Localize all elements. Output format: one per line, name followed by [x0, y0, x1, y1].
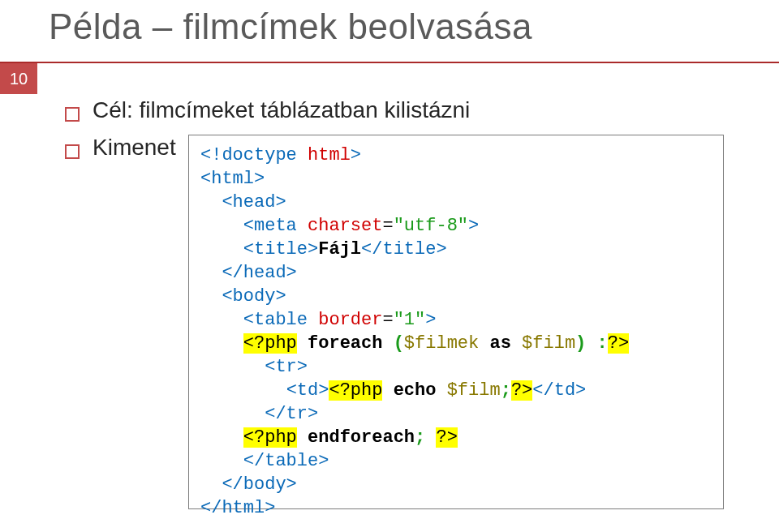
code-token: "utf-8" [394, 216, 468, 236]
code-token: as [489, 333, 510, 354]
code-token: ?> [436, 427, 457, 448]
code-token [297, 145, 308, 165]
code-token: ?> [511, 380, 532, 401]
code-token [297, 427, 308, 448]
code-token: echo [394, 380, 437, 401]
code-block: <!doctype html> <html> <head> <meta char… [188, 135, 724, 509]
code-token: </tr> [265, 404, 318, 424]
code-token: ; [415, 427, 425, 448]
bullet-row-1: Cél: filmcímeket táblázatban kilistázni [65, 97, 747, 123]
bullet-marker-icon [65, 144, 80, 159]
code-token: doctype [222, 145, 296, 165]
code-token: $filmek [404, 333, 479, 354]
code-token: = [382, 310, 393, 330]
slide: Példa – filmcímek beolvasása 10 Cél: fil… [0, 0, 779, 532]
code-token [586, 333, 596, 354]
code-token: </head> [222, 263, 296, 283]
code-token [382, 380, 393, 401]
slide-number: 10 [10, 70, 28, 88]
code-token: Fájl [318, 239, 361, 260]
code-token: <body> [222, 286, 286, 307]
code-token [511, 333, 522, 354]
code-token: > [351, 145, 361, 165]
code-token: <tr> [265, 357, 308, 377]
code-token: <?php [329, 380, 382, 401]
code-token: </table> [243, 451, 329, 471]
code-token [479, 333, 489, 354]
code-token: charset [308, 216, 382, 236]
code-token [382, 333, 393, 354]
code-token: border [318, 310, 382, 330]
code-token: </body> [222, 474, 296, 495]
bullet-marker-icon [65, 107, 80, 122]
code-token: ; [501, 380, 511, 401]
code-token: <?php [243, 427, 297, 448]
code-token: endforeach [308, 427, 415, 448]
code-token: <?php [243, 333, 297, 354]
code-token: <html> [200, 169, 265, 189]
code-token: $film [447, 380, 501, 401]
code-token: foreach [308, 333, 382, 354]
code-token: : [597, 333, 608, 354]
title-rule [0, 62, 779, 63]
code-token: </td> [532, 380, 586, 401]
code-token: </html> [200, 498, 275, 518]
code-token: <! [200, 145, 222, 165]
bullet-text-1: Cél: filmcímeket táblázatban kilistázni [93, 97, 470, 123]
code-token: <meta [243, 216, 308, 236]
code-token: <head> [222, 192, 286, 212]
code-token: <td> [286, 380, 329, 401]
code-token [425, 427, 436, 448]
code-token: ( [394, 333, 404, 354]
code-token: </title> [361, 239, 447, 260]
code-token: > [468, 216, 479, 236]
code-token: ) [575, 333, 586, 354]
slide-title: Példa – filmcímek beolvasása [49, 6, 532, 47]
slide-number-box: 10 [0, 63, 37, 94]
bullet-text-2: Kimenet [93, 135, 176, 161]
code-token: ?> [608, 333, 629, 354]
code-token: = [382, 216, 393, 236]
code-token: > [425, 310, 436, 330]
code-token [297, 333, 308, 354]
code-token: html [308, 145, 351, 165]
code-token: <table [243, 310, 318, 330]
code-token: $film [522, 333, 575, 354]
code-token: "1" [394, 310, 426, 330]
code-token [436, 380, 446, 401]
code-token: <title> [243, 239, 318, 260]
